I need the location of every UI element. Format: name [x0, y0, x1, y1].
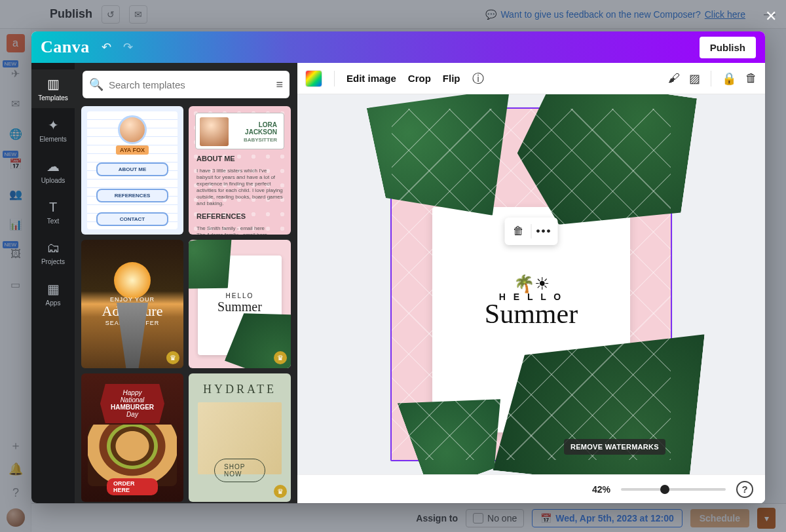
redo-icon[interactable]: ↷	[123, 40, 133, 54]
color-picker[interactable]	[305, 70, 322, 87]
search-input[interactable]	[109, 79, 271, 90]
animate-icon[interactable]: 🖌	[668, 71, 680, 85]
zoom-slider[interactable]	[621, 488, 726, 491]
delete-icon[interactable]: 🗑	[745, 71, 757, 85]
elements-icon: ✦	[48, 117, 59, 133]
rail-projects[interactable]: 🗂Projects	[31, 234, 75, 272]
canva-window: Canva ↶ ↷ Publish ▥Templates ✦Elements ☁…	[31, 31, 765, 503]
rail-uploads[interactable]: ☁Uploads	[31, 152, 75, 191]
uploads-icon: ☁	[47, 159, 60, 174]
close-icon[interactable]: ✕	[765, 8, 777, 25]
selection-toolbar: 🗑 •••	[505, 218, 558, 245]
zoom-value: 42%	[592, 484, 610, 495]
template-grid: AYA FOX ABOUT ME REFERENCES CONTACT LORA…	[75, 106, 297, 503]
template-thumb[interactable]: AYA FOX ABOUT ME REFERENCES CONTACT	[81, 106, 183, 235]
pro-badge-icon: ♛	[166, 351, 179, 364]
info-icon[interactable]: ⓘ	[472, 71, 484, 86]
zoom-thumb[interactable]	[660, 485, 669, 494]
template-thumb[interactable]: HELLOSummer ♛	[189, 240, 291, 368]
undo-icon[interactable]: ↶	[102, 40, 111, 54]
toolbar-separator	[711, 71, 711, 86]
canvas-viewport[interactable]: 🌴☀ H E L L O Summer REMOVE WATERMARKS 🗑 …	[297, 94, 765, 474]
text-icon: T	[49, 200, 57, 215]
editor-area: Edit image Crop Flip ⓘ 🖌 ▨ 🔒 🗑	[297, 63, 765, 503]
flip-button[interactable]: Flip	[443, 73, 460, 84]
templates-icon: ▥	[47, 76, 60, 92]
publish-button[interactable]: Publish	[700, 37, 756, 58]
design-text[interactable]: 🌴☀ H E L L O Summer	[392, 274, 671, 330]
design-canvas[interactable]: 🌴☀ H E L L O Summer REMOVE WATERMARKS	[390, 107, 672, 461]
canva-body: ▥Templates ✦Elements ☁Uploads TText 🗂Pro…	[31, 63, 765, 503]
crop-button[interactable]: Crop	[408, 73, 431, 84]
projects-icon: 🗂	[47, 240, 60, 256]
canva-logo: Canva	[41, 37, 90, 57]
template-thumb[interactable]: LORAJACKSONBABYSITTER ABOUT ME I have 3 …	[189, 106, 291, 235]
templates-panel: 🔍 ≡ AYA FOX ABOUT ME REFERENCES CONTACT …	[75, 63, 297, 503]
canva-rail: ▥Templates ✦Elements ☁Uploads TText 🗂Pro…	[31, 63, 75, 503]
apps-icon: ▦	[47, 281, 60, 297]
editor-toolbar: Edit image Crop Flip ⓘ 🖌 ▨ 🔒 🗑	[297, 63, 765, 94]
zoom-bar: 42% ?	[297, 474, 765, 503]
lock-icon[interactable]: 🔒	[722, 71, 736, 86]
template-thumb[interactable]: ENJOY YOURAdventureSEASON OFFER 75%OFF ♛	[81, 240, 183, 368]
remove-watermarks-button[interactable]: REMOVE WATERMARKS	[564, 439, 665, 455]
canva-header: Canva ↶ ↷ Publish	[31, 31, 765, 63]
selection-more-icon[interactable]: •••	[534, 221, 554, 241]
design-summer: Summer	[392, 298, 671, 330]
rail-elements[interactable]: ✦Elements	[31, 111, 75, 149]
pro-badge-icon: ♛	[274, 351, 287, 364]
rail-templates[interactable]: ▥Templates	[31, 69, 75, 108]
transparency-icon[interactable]: ▨	[689, 71, 700, 86]
template-thumb[interactable]: Happy NationalHAMBURGERDay ORDER HERE	[81, 373, 183, 502]
help-button[interactable]: ?	[736, 481, 753, 498]
rail-apps[interactable]: ▦Apps	[31, 275, 75, 313]
rail-text[interactable]: TText	[31, 193, 75, 231]
pro-badge-icon: ♛	[274, 485, 287, 498]
filter-icon[interactable]: ≡	[276, 78, 283, 92]
edit-image-button[interactable]: Edit image	[346, 73, 396, 84]
selection-delete-icon[interactable]: 🗑	[509, 221, 529, 241]
template-thumb[interactable]: HYDRATE SHOP NOW ♛	[189, 373, 291, 502]
toolbar-separator	[334, 71, 335, 86]
template-search[interactable]: 🔍 ≡	[83, 71, 290, 98]
search-icon: 🔍	[89, 77, 103, 92]
